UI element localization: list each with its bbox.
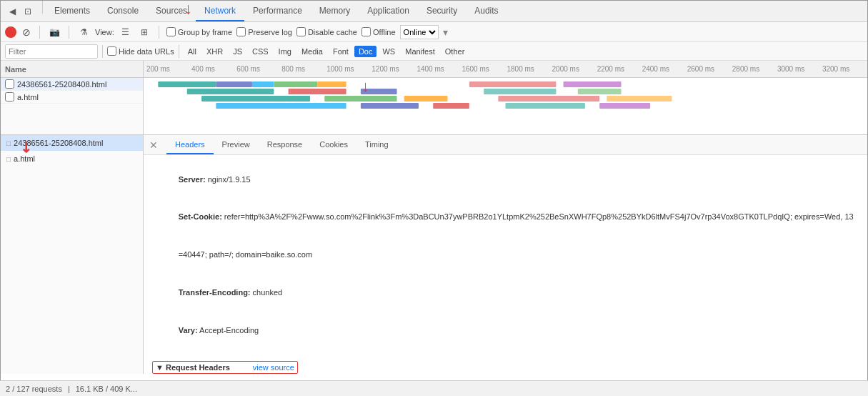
preserve-log-checkbox[interactable] xyxy=(236,27,246,36)
svg-rect-1 xyxy=(216,81,252,87)
header-set-cookie-cont: =40447; path=/; domain=baike.so.com xyxy=(152,237,859,274)
filter-doc[interactable]: Doc xyxy=(354,46,377,57)
main-tabs: ◀ ⊡ Elements Console Sources Network Per… xyxy=(1,1,867,22)
tick-3000: 3000 ms xyxy=(777,65,822,73)
svg-rect-19 xyxy=(607,96,672,102)
svg-rect-2 xyxy=(252,81,274,87)
svg-rect-16 xyxy=(484,89,556,94)
tab-security[interactable]: Security xyxy=(418,1,466,21)
header-server: Server: nginx/1.9.15 xyxy=(152,161,859,199)
detail-tab-preview[interactable]: Preview xyxy=(214,135,259,154)
tab-elements[interactable]: Elements xyxy=(46,1,99,21)
filter-ws[interactable]: WS xyxy=(378,46,399,57)
hide-data-urls-label[interactable]: Hide data URLs xyxy=(107,46,174,56)
tab-console[interactable]: Console xyxy=(99,1,147,21)
group-by-frame-checkbox[interactable] xyxy=(166,27,176,36)
headers-content: Server: nginx/1.9.15 Set-Cookie: refer=h… xyxy=(144,155,867,374)
name-column-header: Name xyxy=(1,61,144,77)
filter-input[interactable] xyxy=(5,44,98,59)
disable-cache-checkbox[interactable] xyxy=(296,27,306,36)
svg-rect-10 xyxy=(404,96,448,102)
tab-audits[interactable]: Audits xyxy=(466,1,507,21)
clear-button[interactable]: ⊘ xyxy=(21,26,32,38)
view-grid-icon[interactable]: ⊞ xyxy=(137,25,151,39)
group-by-frame-label[interactable]: Group by frame xyxy=(166,27,232,36)
file-item-0[interactable]: 24386561-25208408.html xyxy=(1,78,143,91)
file-icon-0: □ xyxy=(6,139,11,147)
svg-rect-21 xyxy=(599,103,650,109)
status-bar: 2 / 127 requests | 16.1 KB / 409 K... xyxy=(0,380,868,396)
svg-rect-3 xyxy=(274,81,317,87)
offline-label[interactable]: Offline xyxy=(361,27,396,36)
tab-sources[interactable]: Sources xyxy=(147,1,196,21)
file-checkbox-0[interactable] xyxy=(5,79,14,89)
file-icon-1: □ xyxy=(6,155,11,163)
inspect-icon[interactable]: ⊡ xyxy=(21,4,35,19)
tab-performance[interactable]: Performance xyxy=(244,1,311,21)
preserve-log-label[interactable]: Preserve log xyxy=(236,27,292,36)
header-transfer-encoding: Transfer-Encoding: chunked xyxy=(152,274,859,312)
record-button[interactable] xyxy=(5,26,16,38)
disable-cache-label[interactable]: Disable cache xyxy=(296,27,357,36)
svg-rect-7 xyxy=(361,89,397,94)
main-area: □ 24386561-25208408.html □ a.html ✕ Head… xyxy=(1,135,867,374)
svg-rect-9 xyxy=(324,96,396,102)
file-checkbox-1[interactable] xyxy=(5,92,14,102)
hide-data-urls-checkbox[interactable] xyxy=(107,46,116,56)
tick-2200: 2200 ms xyxy=(597,65,642,73)
file-item-1[interactable]: a.html xyxy=(1,91,143,104)
dropdown-icon[interactable]: ▾ xyxy=(443,26,448,38)
svg-rect-0 xyxy=(158,81,216,87)
tab-application[interactable]: Application xyxy=(359,1,418,21)
svg-rect-12 xyxy=(361,103,419,109)
separator-3 xyxy=(69,26,69,39)
tick-1800: 1800 ms xyxy=(507,65,552,73)
file-name-1: a.html xyxy=(17,93,39,102)
svg-rect-14 xyxy=(469,81,557,87)
request-headers-title: ▼ Request Headers view source xyxy=(152,361,298,374)
tick-2800: 2800 ms xyxy=(732,65,777,73)
svg-rect-4 xyxy=(317,81,346,87)
tab-memory[interactable]: Memory xyxy=(311,1,359,21)
online-select[interactable]: Online xyxy=(400,25,439,39)
separator-1 xyxy=(42,1,43,14)
svg-rect-8 xyxy=(201,96,310,102)
svg-rect-13 xyxy=(433,103,469,109)
file-list-name-0: 24386561-25208408.html xyxy=(14,139,103,147)
svg-rect-5 xyxy=(187,89,274,94)
file-list-item-1[interactable]: □ a.html xyxy=(1,151,143,167)
separator-2 xyxy=(39,26,40,39)
filter-media[interactable]: Media xyxy=(297,46,327,57)
header-set-cookie: Set-Cookie: refer=http%3A%2F%2Fwww.so.co… xyxy=(152,199,859,237)
detail-tab-cookies[interactable]: Cookies xyxy=(311,135,356,154)
detail-tab-headers[interactable]: Headers xyxy=(166,135,214,154)
back-icon[interactable]: ◀ xyxy=(5,4,19,19)
waterfall-area xyxy=(144,78,867,134)
filter-icon[interactable]: ⚗ xyxy=(76,25,91,39)
close-detail-button[interactable]: ✕ xyxy=(144,135,164,154)
offline-checkbox[interactable] xyxy=(361,27,371,36)
tab-network[interactable]: Network xyxy=(196,1,244,21)
filter-img[interactable]: Img xyxy=(274,46,296,57)
file-list-item-0[interactable]: □ 24386561-25208408.html xyxy=(1,135,143,151)
separator-6 xyxy=(179,45,179,58)
camera-icon[interactable]: 📷 xyxy=(47,25,61,39)
view-label: View: xyxy=(95,28,114,36)
detail-tab-timing[interactable]: Timing xyxy=(356,135,397,154)
filter-xhr[interactable]: XHR xyxy=(202,46,227,57)
header-vary: Vary: Accept-Encoding xyxy=(152,312,859,350)
filter-css[interactable]: CSS xyxy=(248,46,273,57)
view-list-icon[interactable]: ☰ xyxy=(119,25,133,39)
detail-tab-response[interactable]: Response xyxy=(259,135,311,154)
chart-name-column: 24386561-25208408.html a.html xyxy=(1,78,144,134)
tick-1600: 1600 ms xyxy=(462,65,507,73)
svg-rect-6 xyxy=(289,89,346,94)
filter-js[interactable]: JS xyxy=(229,46,246,57)
filter-manifest[interactable]: Manifest xyxy=(401,46,439,57)
filter-font[interactable]: Font xyxy=(329,46,353,57)
filter-all[interactable]: All xyxy=(184,46,201,57)
filter-other[interactable]: Other xyxy=(441,46,469,57)
view-source-link[interactable]: view source xyxy=(253,363,294,372)
waterfall-svg xyxy=(144,78,867,134)
svg-rect-15 xyxy=(564,81,622,87)
